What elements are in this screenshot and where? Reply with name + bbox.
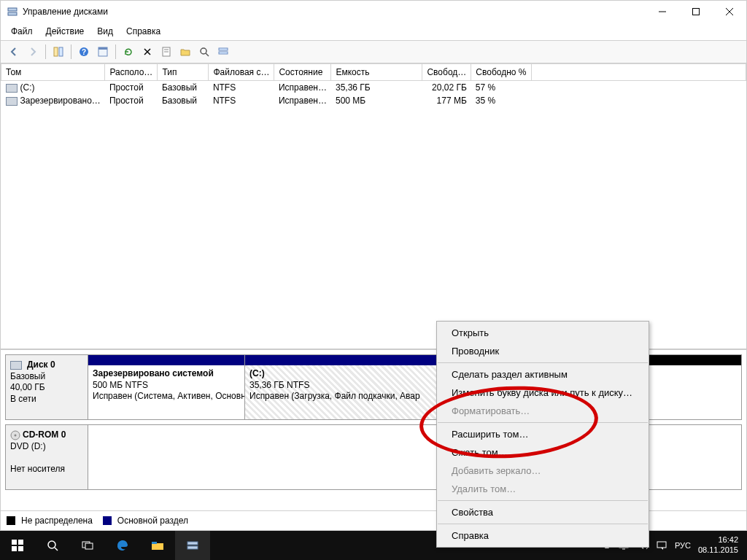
menu-bar: Файл Действие Вид Справка — [1, 23, 746, 41]
svg-rect-19 — [219, 48, 228, 50]
svg-rect-7 — [59, 47, 63, 56]
legend-swatch-primary — [103, 516, 112, 525]
ctx-explorer[interactable]: Проводник — [437, 342, 649, 360]
col-status[interactable]: Состояние — [274, 64, 331, 81]
svg-point-27 — [48, 541, 55, 548]
context-menu: Открыть Проводник Сделать раздел активны… — [436, 321, 649, 548]
svg-rect-23 — [12, 540, 17, 545]
clock[interactable]: 16:42 08.11.2015 — [698, 535, 738, 556]
ctx-mirror: Добавить зеркало… — [437, 462, 649, 480]
table-header: Том Располо… Тип Файловая с… Состояние Е… — [1, 64, 746, 81]
ctx-open[interactable]: Открыть — [437, 324, 649, 342]
partition-reserved[interactable]: Зарезервировано системой 500 МБ NTFS Исп… — [88, 355, 245, 419]
back-icon[interactable] — [5, 43, 23, 61]
ctx-properties[interactable]: Свойства — [437, 503, 649, 521]
start-button[interactable] — [0, 531, 35, 560]
col-free[interactable]: Свобод… — [422, 64, 471, 81]
menu-file[interactable]: Файл — [5, 24, 39, 39]
col-free-pct[interactable]: Свободно % — [471, 64, 531, 81]
zoom-icon[interactable] — [196, 43, 213, 61]
edge-icon[interactable] — [105, 531, 140, 560]
language-indicator[interactable]: РУС — [675, 541, 691, 550]
svg-line-28 — [55, 548, 58, 551]
close-button[interactable] — [713, 1, 746, 23]
col-volume[interactable]: Том — [1, 64, 105, 81]
window-title: Управление дисками — [23, 7, 108, 17]
svg-point-22 — [15, 434, 17, 436]
properties-icon[interactable] — [158, 43, 175, 61]
svg-rect-33 — [187, 546, 198, 549]
volume-icon — [6, 84, 18, 93]
cancel-icon[interactable] — [139, 43, 156, 61]
col-filesystem[interactable]: Файловая с… — [209, 64, 274, 81]
panes-icon[interactable] — [50, 43, 67, 61]
list-icon[interactable] — [214, 43, 232, 61]
toolbar: ? — [1, 41, 746, 63]
svg-rect-25 — [12, 546, 17, 551]
menu-view[interactable]: Вид — [91, 24, 119, 39]
explorer-icon[interactable] — [140, 531, 175, 560]
ctx-shrink[interactable]: Сжать том… — [437, 443, 649, 462]
svg-text:?: ? — [82, 48, 86, 56]
ctx-format: Форматировать… — [437, 402, 649, 420]
legend-swatch-unallocated — [7, 516, 15, 525]
titlebar: Управление дисками — [1, 1, 746, 23]
folder-icon[interactable] — [177, 43, 194, 61]
svg-rect-31 — [152, 542, 157, 544]
forward-icon[interactable] — [24, 43, 42, 61]
menu-action[interactable]: Действие — [40, 24, 90, 39]
svg-point-17 — [201, 48, 206, 54]
svg-rect-30 — [85, 543, 93, 549]
menu-help[interactable]: Справка — [120, 24, 166, 39]
svg-rect-32 — [187, 542, 198, 545]
col-type[interactable]: Тип — [158, 64, 209, 81]
col-layout[interactable]: Располо… — [105, 64, 158, 81]
cdrom-icon — [10, 430, 20, 440]
table-row[interactable]: Зарезервировано… Простой Базовый NTFS Ис… — [1, 94, 746, 107]
svg-rect-11 — [98, 47, 107, 50]
svg-rect-6 — [54, 47, 58, 56]
col-capacity[interactable]: Емкость — [331, 64, 422, 81]
svg-rect-3 — [693, 9, 700, 15]
cdrom-info: CD-ROM 0 DVD (D:) Нет носителя — [6, 425, 88, 489]
notification-icon[interactable] — [656, 540, 667, 551]
search-icon[interactable] — [35, 531, 70, 560]
help-icon[interactable]: ? — [75, 43, 93, 61]
svg-rect-24 — [18, 540, 23, 545]
ctx-extend[interactable]: Расширить том… — [437, 425, 649, 443]
app-icon — [7, 6, 18, 18]
svg-rect-36 — [657, 542, 666, 548]
ctx-letter[interactable]: Изменить букву диска или путь к диску… — [437, 384, 649, 402]
svg-rect-26 — [18, 546, 23, 551]
svg-rect-0 — [8, 8, 17, 11]
ctx-help[interactable]: Справка — [437, 526, 649, 545]
panel-icon[interactable] — [94, 43, 112, 61]
volume-icon — [6, 97, 18, 106]
table-row[interactable]: (C:) Простой Базовый NTFS Исправен… 35,3… — [1, 81, 746, 95]
maximize-button[interactable] — [679, 1, 713, 23]
svg-line-18 — [206, 53, 209, 56]
disk-info: Диск 0 Базовый 40,00 ГБ В сети — [6, 355, 88, 419]
volume-list: Том Располо… Тип Файловая с… Состояние Е… — [1, 63, 746, 350]
ctx-active[interactable]: Сделать раздел активным — [437, 365, 649, 384]
minimize-button[interactable] — [646, 1, 679, 23]
taskview-icon[interactable] — [70, 531, 105, 560]
refresh-icon[interactable] — [120, 43, 137, 61]
diskmgmt-taskbar-icon[interactable] — [175, 531, 210, 560]
svg-rect-20 — [219, 52, 228, 54]
svg-rect-1 — [8, 12, 17, 15]
ctx-delete: Удалить том… — [437, 480, 649, 498]
disk-icon — [10, 361, 22, 370]
